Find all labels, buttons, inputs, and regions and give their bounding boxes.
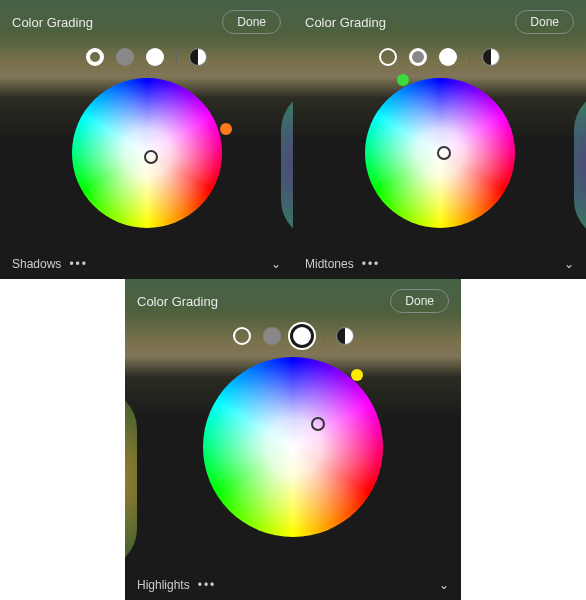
saturation-pointer[interactable] [311, 417, 325, 431]
separator [176, 49, 177, 65]
separator [323, 328, 324, 344]
section-label: Highlights [137, 578, 190, 592]
hue-indicator[interactable] [351, 369, 363, 381]
mode-shadows-icon[interactable] [86, 48, 104, 66]
mode-shadows-icon[interactable] [379, 48, 397, 66]
panel-shadows: Color Grading Done Shadows••• ⌄ [0, 0, 293, 279]
mode-highlights-icon[interactable] [439, 48, 457, 66]
saturation-pointer[interactable] [437, 146, 451, 160]
mode-selector [125, 327, 461, 345]
panel-title: Color Grading [305, 15, 386, 30]
mode-global-icon[interactable] [482, 48, 500, 66]
chevron-down-icon[interactable]: ⌄ [439, 578, 449, 592]
color-wheel[interactable] [72, 78, 222, 228]
panel-title: Color Grading [137, 294, 218, 309]
mode-global-icon[interactable] [189, 48, 207, 66]
separator [469, 49, 470, 65]
section-label: Midtones [305, 257, 354, 271]
hue-indicator[interactable] [220, 123, 232, 135]
more-icon[interactable]: ••• [198, 578, 217, 592]
saturation-pointer[interactable] [144, 150, 158, 164]
mode-selector [293, 48, 586, 66]
mode-global-icon[interactable] [336, 327, 354, 345]
mode-midtones-icon[interactable] [116, 48, 134, 66]
color-wheel[interactable] [203, 357, 383, 537]
chevron-down-icon[interactable]: ⌄ [271, 257, 281, 271]
section-label: Shadows [12, 257, 61, 271]
more-icon[interactable]: ••• [362, 257, 381, 271]
mode-selector [0, 48, 293, 66]
panel-title: Color Grading [12, 15, 93, 30]
hue-indicator[interactable] [397, 74, 409, 86]
mode-highlights-icon[interactable] [146, 48, 164, 66]
mode-midtones-icon[interactable] [263, 327, 281, 345]
color-wheel[interactable] [365, 78, 515, 228]
panel-midtones: Color Grading Done Midtones••• ⌄ [293, 0, 586, 279]
done-button[interactable]: Done [515, 10, 574, 34]
more-icon[interactable]: ••• [69, 257, 88, 271]
panel-highlights: Color Grading Done Highlights••• ⌄ [125, 279, 461, 600]
mode-highlights-icon[interactable] [293, 327, 311, 345]
done-button[interactable]: Done [390, 289, 449, 313]
done-button[interactable]: Done [222, 10, 281, 34]
mode-shadows-icon[interactable] [233, 327, 251, 345]
chevron-down-icon[interactable]: ⌄ [564, 257, 574, 271]
mode-midtones-icon[interactable] [409, 48, 427, 66]
